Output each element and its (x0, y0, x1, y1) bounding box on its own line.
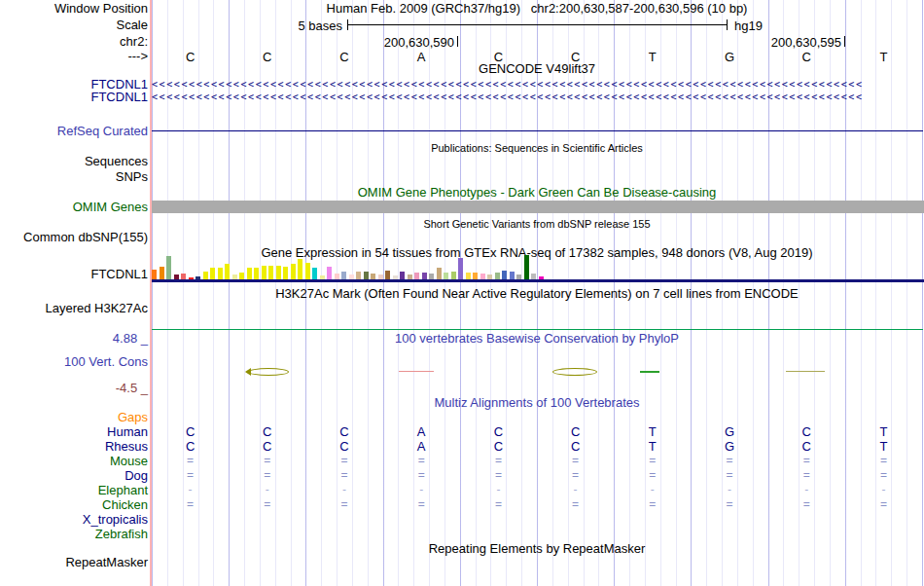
alignment-mark: C (768, 439, 845, 454)
gtex-tissue-bar[interactable] (298, 259, 302, 279)
track-header-omim[interactable]: OMIM Gene Phenotypes - Dark Green Can Be… (152, 186, 922, 200)
track-label-snps[interactable]: SNPs (0, 170, 148, 184)
refseq-gene-line[interactable] (152, 130, 923, 131)
gtex-tissue-bar[interactable] (262, 266, 267, 279)
alignment-mark: = (383, 454, 460, 468)
alignment-mark: C (305, 424, 382, 439)
gtex-tissue-bar[interactable] (218, 268, 223, 279)
species-label-gaps[interactable]: Gaps (0, 410, 148, 424)
gene-body-ftcdnl1-1[interactable]: <<<<<<<<<<<<<<<<<<<<<<<<<<<<<<<<<<<<<<<<… (152, 79, 924, 91)
gtex-tissue-bar[interactable] (268, 266, 273, 279)
alignment-mark: = (845, 454, 922, 468)
alignment-mark: = (229, 468, 305, 483)
gtex-tissue-bar[interactable] (166, 256, 171, 279)
gtex-tissue-bar[interactable] (356, 272, 361, 279)
track-label-omim-genes[interactable]: OMIM Genes (0, 201, 148, 214)
species-label-x_tropicalis[interactable]: X_tropicalis (0, 512, 148, 527)
gtex-tissue-bar[interactable] (495, 273, 500, 279)
alignment-mark: C (229, 424, 305, 439)
track-label-common-dbsnp[interactable]: Common dbSNP(155) (0, 231, 148, 244)
track-header-phylop[interactable]: 100 vertebrates Basewise Conservation by… (152, 332, 922, 346)
species-label-human[interactable]: Human (0, 424, 148, 439)
track-header-repeatmasker[interactable]: Repeating Elements by RepeatMasker (152, 542, 922, 556)
alignment-mark: G (691, 439, 767, 454)
alignment-mark: = (691, 497, 767, 512)
species-label-elephant[interactable]: Elephant (0, 483, 148, 497)
track-label-layered-h3k27ac[interactable]: Layered H3K27Ac (0, 302, 148, 315)
species-label-rhesus[interactable]: Rhesus (0, 439, 148, 454)
alignment-mark: = (152, 497, 229, 512)
gtex-tissue-bar[interactable] (458, 258, 463, 279)
alignment-mark: - (383, 483, 460, 497)
gtex-tissue-bar[interactable] (276, 266, 281, 279)
alignment-mark: C (460, 424, 537, 439)
alignment-mark: = (460, 454, 537, 468)
gtex-tissue-bar[interactable] (414, 273, 419, 279)
gtex-tissue-bar[interactable] (291, 264, 296, 279)
window-position-label: Window Position (0, 2, 148, 16)
gtex-tissue-bar[interactable] (524, 255, 529, 279)
scale-bar-right-tick (727, 19, 728, 30)
alignment-mark: C (537, 439, 614, 454)
gtex-tissue-bar[interactable] (385, 271, 390, 279)
alignment-mark: = (768, 468, 845, 483)
genome-browser-image: Window Position Human Feb. 2009 (GRCh37/… (0, 0, 924, 586)
alignment-mark: T (614, 424, 691, 439)
gtex-tissue-bar[interactable] (305, 263, 310, 279)
gtex-tissue-bar[interactable] (203, 272, 208, 279)
phylop-mark (399, 371, 434, 372)
gtex-tissue-bar[interactable] (422, 273, 427, 279)
gtex-tissue-bar[interactable] (473, 273, 478, 279)
alignment-mark: C (152, 439, 229, 454)
gtex-tissue-bar[interactable] (327, 267, 332, 279)
gtex-tissue-bar[interactable] (444, 273, 448, 279)
gtex-tissue-bar[interactable] (254, 268, 259, 279)
gtex-tissue-bar[interactable] (510, 272, 515, 279)
track-label-gtex-ftcdnl1[interactable]: FTCDNL1 (0, 268, 148, 281)
track-header-gencode[interactable]: GENCODE V49lift37 (152, 62, 922, 76)
track-label-repeatmasker[interactable]: RepeatMasker (0, 556, 148, 569)
gtex-tissue-bar[interactable] (210, 268, 215, 279)
gtex-tissue-bar[interactable] (437, 268, 442, 279)
gtex-tissue-bar[interactable] (400, 272, 405, 279)
omim-gene-bar[interactable] (152, 201, 924, 213)
gtex-tissue-bar[interactable] (364, 272, 369, 279)
gene-label-ftcdnl1-2[interactable]: FTCDNL1 (0, 91, 148, 104)
species-label-dog[interactable]: Dog (0, 468, 148, 483)
species-label-mouse[interactable]: Mouse (0, 454, 148, 468)
gtex-tissue-bar[interactable] (160, 267, 164, 279)
alignment-mark: C (460, 439, 537, 454)
alignment-mark: C (537, 424, 614, 439)
track-label-100-vert-cons[interactable]: 100 Vert. Cons (0, 355, 148, 369)
alignment-mark: - (691, 483, 767, 497)
alignment-mark: C (768, 424, 845, 439)
gtex-barchart[interactable] (152, 254, 551, 279)
alignment-mark: = (614, 468, 691, 483)
h3k27ac-baseline (152, 329, 923, 330)
gtex-tissue-bar[interactable] (502, 271, 507, 279)
gtex-tissue-bar[interactable] (247, 268, 252, 279)
track-label-sequences[interactable]: Sequences (0, 155, 148, 168)
alignment-mark: A (383, 439, 460, 454)
species-label-zebrafish[interactable]: Zebrafish (0, 527, 148, 541)
assembly-label: hg19 (734, 18, 763, 33)
alignment-mark: = (152, 468, 229, 483)
gtex-tissue-bar[interactable] (341, 272, 346, 279)
gtex-tissue-bar[interactable] (466, 273, 471, 279)
alignment-mark: A (383, 424, 460, 439)
track-header-h3k27ac[interactable]: H3K27Ac Mark (Often Found Near Active Re… (152, 287, 922, 301)
gtex-tissue-bar[interactable] (225, 264, 230, 279)
track-header-dbsnp[interactable]: Short Genetic Variants from dbSNP releas… (152, 217, 922, 231)
track-label-refseq-curated[interactable]: RefSeq Curated (0, 125, 148, 138)
gtex-tissue-bar[interactable] (283, 267, 288, 279)
scale-label: Scale (0, 18, 148, 32)
gtex-tissue-bar[interactable] (239, 273, 244, 279)
species-label-chicken[interactable]: Chicken (0, 497, 148, 512)
gtex-tissue-bar[interactable] (152, 270, 157, 279)
track-header-multiz[interactable]: Multiz Alignments of 100 Vertebrates (152, 396, 922, 410)
alignment-mark: G (691, 424, 767, 439)
gtex-tissue-bar[interactable] (312, 268, 317, 279)
track-header-publications[interactable]: Publications: Sequences in Scientific Ar… (152, 141, 922, 155)
gtex-tissue-bar[interactable] (451, 272, 456, 279)
gene-body-ftcdnl1-2[interactable]: <<<<<<<<<<<<<<<<<<<<<<<<<<<<<<<<<<<<<<<<… (152, 92, 924, 103)
